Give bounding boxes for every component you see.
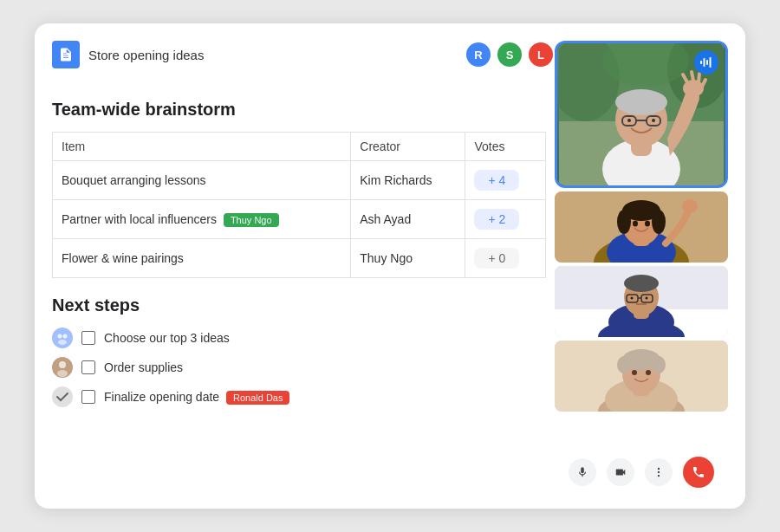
- vote-cell: + 0: [465, 239, 546, 278]
- svg-rect-30: [710, 57, 712, 68]
- left-panel: Store opening ideas R S L Team-wide brai…: [52, 41, 555, 491]
- more-options-button[interactable]: [645, 458, 673, 486]
- svg-point-70: [658, 475, 660, 477]
- svg-rect-27: [700, 61, 702, 64]
- checkbox-2[interactable]: [81, 360, 95, 374]
- svg-point-41: [645, 221, 650, 227]
- svg-point-68: [658, 468, 660, 470]
- list-item: Order supplies: [52, 357, 546, 378]
- main-container: Store opening ideas R S L Team-wide brai…: [35, 23, 745, 509]
- thuy-ngo-badge: Thuy Ngo: [224, 213, 279, 227]
- table-row: Bouquet arranging lessons Kim Richards +…: [53, 161, 546, 200]
- svg-point-2: [63, 334, 68, 339]
- doc-header: Store opening ideas: [52, 41, 204, 68]
- svg-point-69: [658, 471, 660, 473]
- svg-point-1: [58, 334, 62, 339]
- svg-point-65: [652, 356, 666, 373]
- task-text-2: Order supplies: [104, 360, 183, 374]
- vote-cell: + 2: [465, 200, 546, 239]
- video-thumb-3: [555, 341, 728, 412]
- table-row: Flower & wine pairings Thuy Ngo + 0: [53, 239, 546, 278]
- avatars-row: R S L: [465, 41, 555, 68]
- doc-icon[interactable]: [52, 41, 80, 68]
- vote-badge-neutral[interactable]: + 0: [474, 248, 519, 269]
- main-video: [555, 41, 728, 188]
- creator-cell: Thuy Ngo: [351, 239, 465, 278]
- checkbox-3[interactable]: [81, 390, 95, 404]
- svg-point-64: [617, 356, 631, 373]
- svg-point-39: [652, 210, 666, 234]
- video-thumb-1: [555, 191, 728, 263]
- item-avatar-3: [52, 386, 73, 407]
- svg-point-40: [633, 221, 638, 227]
- list-item: Finalize opening date Ronald Das: [52, 386, 546, 407]
- svg-point-50: [624, 275, 659, 292]
- item-avatar-1: [52, 328, 73, 348]
- task-text-1: Choose our top 3 ideas: [104, 331, 230, 345]
- vote-cell: + 4: [465, 161, 546, 200]
- svg-point-6: [57, 370, 68, 377]
- task-text-3: Finalize opening date Ronald Das: [104, 390, 289, 405]
- vote-badge[interactable]: + 4: [474, 170, 519, 191]
- meet-icon: [694, 50, 718, 75]
- svg-line-24: [692, 72, 693, 81]
- mic-button[interactable]: [569, 458, 596, 486]
- svg-point-16: [615, 89, 667, 115]
- svg-line-25: [699, 74, 699, 82]
- svg-point-42: [682, 199, 698, 213]
- brainstorm-title: Team-wide brainstorm: [52, 100, 546, 120]
- col-votes: Votes: [465, 133, 546, 161]
- svg-point-67: [646, 370, 651, 375]
- col-item: Item: [53, 133, 351, 161]
- svg-point-54: [631, 297, 634, 300]
- checklist: Choose our top 3 ideas Order supplies: [52, 328, 546, 407]
- avatar-R[interactable]: R: [465, 41, 492, 68]
- svg-point-38: [617, 210, 631, 234]
- vote-badge[interactable]: + 2: [474, 209, 519, 230]
- svg-point-66: [632, 370, 637, 375]
- svg-point-7: [52, 386, 73, 407]
- item-cell: Partner with local influencers Thuy Ngo: [53, 200, 351, 239]
- checkbox-1[interactable]: [81, 331, 95, 345]
- svg-point-0: [52, 328, 73, 348]
- svg-point-3: [58, 340, 67, 345]
- end-call-button[interactable]: [683, 457, 714, 488]
- avatar-L[interactable]: L: [527, 41, 555, 68]
- camera-button[interactable]: [607, 458, 634, 486]
- brainstorm-section: Team-wide brainstorm Item Creator Votes …: [52, 100, 546, 278]
- doc-title: Store opening ideas: [88, 48, 204, 62]
- creator-cell: Ash Ayad: [351, 200, 465, 239]
- brainstorm-table: Item Creator Votes Bouquet arranging les…: [52, 132, 546, 278]
- list-item: Choose our top 3 ideas: [52, 328, 546, 348]
- svg-point-55: [646, 297, 648, 300]
- item-avatar-2: [52, 357, 73, 378]
- next-steps-section: Next steps Choose our top 3 ideas: [52, 295, 546, 407]
- video-controls: [555, 450, 728, 491]
- ronald-das-badge: Ronald Das: [226, 391, 289, 405]
- col-creator: Creator: [351, 133, 465, 161]
- item-cell: Flower & wine pairings: [53, 239, 351, 278]
- creator-cell: Kim Richards: [351, 161, 465, 200]
- item-cell: Bouquet arranging lessons: [53, 161, 351, 200]
- table-row: Partner with local influencers Thuy Ngo …: [53, 200, 546, 239]
- svg-point-5: [59, 361, 66, 368]
- svg-rect-28: [704, 58, 705, 67]
- svg-point-21: [652, 119, 655, 122]
- next-steps-title: Next steps: [52, 295, 546, 315]
- svg-point-20: [627, 119, 631, 122]
- svg-rect-29: [706, 60, 708, 65]
- video-thumb-2: [555, 266, 728, 337]
- avatar-S[interactable]: S: [496, 41, 523, 68]
- video-panel: [555, 41, 728, 491]
